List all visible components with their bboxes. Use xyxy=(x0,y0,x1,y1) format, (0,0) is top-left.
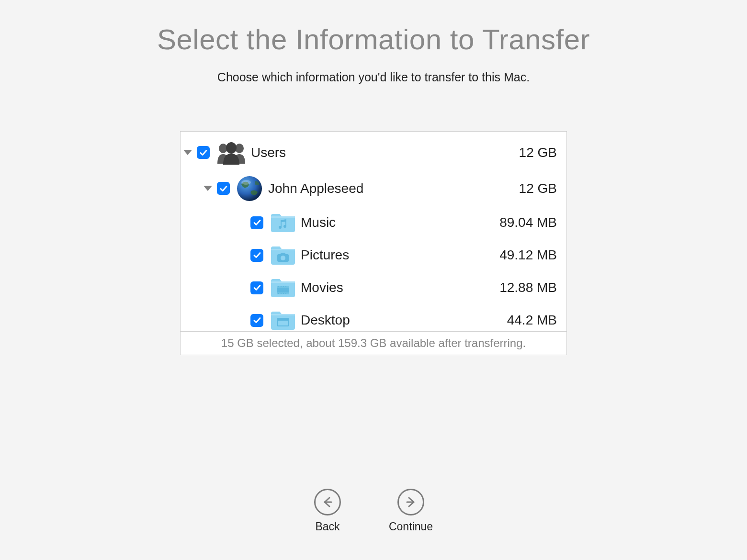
svg-rect-17 xyxy=(285,286,286,287)
checkmark-icon xyxy=(252,283,262,292)
transfer-tree: Users 12 GB xyxy=(181,132,566,331)
continue-label: Continue xyxy=(389,520,433,533)
svg-point-4 xyxy=(241,180,251,185)
svg-rect-9 xyxy=(281,253,285,255)
checkmark-icon xyxy=(252,250,262,260)
svg-rect-24 xyxy=(278,319,288,321)
tree-size-music: 89.04 MB xyxy=(499,215,557,230)
svg-rect-10 xyxy=(271,281,295,283)
back-button[interactable]: Back xyxy=(314,489,341,533)
tree-label-users: Users xyxy=(251,145,519,160)
continue-button[interactable]: Continue xyxy=(389,489,433,533)
globe-icon xyxy=(237,176,262,202)
checkmark-icon xyxy=(252,218,262,227)
nav-buttons: Back Continue xyxy=(314,489,433,533)
arrow-right-icon xyxy=(397,489,424,515)
svg-point-8 xyxy=(281,256,285,260)
tree-size-movies: 12.88 MB xyxy=(499,280,557,295)
tree-size-pictures: 49.12 MB xyxy=(499,247,557,263)
svg-rect-21 xyxy=(285,293,286,294)
tree-row-music[interactable]: Music 89.04 MB xyxy=(181,206,566,239)
svg-point-2 xyxy=(226,142,237,154)
page-title: Select the Information to Transfer xyxy=(157,23,590,56)
pictures-folder-icon xyxy=(270,245,296,266)
checkbox-user[interactable] xyxy=(217,182,230,195)
arrow-left-icon xyxy=(314,489,341,515)
selection-summary: 15 GB selected, about 159.3 GB available… xyxy=(181,331,566,355)
tree-label-music: Music xyxy=(301,215,499,230)
music-folder-icon xyxy=(270,212,296,233)
desktop-folder-icon xyxy=(270,310,296,331)
svg-rect-18 xyxy=(278,293,279,294)
tree-row-desktop[interactable]: Desktop 44.2 MB xyxy=(181,304,566,331)
tree-size-user: 12 GB xyxy=(519,181,557,196)
checkmark-icon xyxy=(252,315,262,325)
svg-point-3 xyxy=(237,176,262,201)
checkbox-pictures[interactable] xyxy=(250,249,263,262)
tree-size-desktop: 44.2 MB xyxy=(507,313,557,328)
page-subtitle: Choose which information you'd like to t… xyxy=(217,70,530,84)
disclosure-triangle-icon[interactable] xyxy=(204,186,212,191)
tree-label-movies: Movies xyxy=(301,280,499,295)
disclosure-triangle-icon[interactable] xyxy=(183,150,192,155)
svg-rect-16 xyxy=(283,286,284,287)
tree-label-user: John Appleseed xyxy=(268,181,519,196)
checkbox-music[interactable] xyxy=(250,216,263,229)
tree-row-users[interactable]: Users 12 GB xyxy=(181,134,566,170)
svg-rect-20 xyxy=(283,293,284,294)
tree-size-users: 12 GB xyxy=(519,145,557,160)
users-group-icon xyxy=(216,141,246,165)
tree-row-pictures[interactable]: Pictures 49.12 MB xyxy=(181,239,566,271)
checkbox-desktop[interactable] xyxy=(250,314,263,327)
tree-row-user[interactable]: John Appleseed 12 GB xyxy=(181,170,566,206)
svg-rect-14 xyxy=(278,286,279,287)
back-label: Back xyxy=(315,520,340,533)
checkmark-icon xyxy=(219,184,228,193)
movies-folder-icon xyxy=(270,277,296,298)
svg-rect-15 xyxy=(281,286,282,287)
tree-label-desktop: Desktop xyxy=(301,313,507,328)
tree-row-movies[interactable]: Movies 12.88 MB xyxy=(181,271,566,304)
checkbox-users[interactable] xyxy=(197,146,210,159)
transfer-panel: Users 12 GB xyxy=(180,131,567,355)
checkmark-icon xyxy=(199,148,208,157)
tree-label-pictures: Pictures xyxy=(301,247,499,263)
svg-rect-6 xyxy=(271,249,295,250)
svg-rect-22 xyxy=(271,314,295,315)
svg-rect-5 xyxy=(271,216,295,218)
svg-rect-19 xyxy=(281,293,282,294)
checkbox-movies[interactable] xyxy=(250,281,263,294)
